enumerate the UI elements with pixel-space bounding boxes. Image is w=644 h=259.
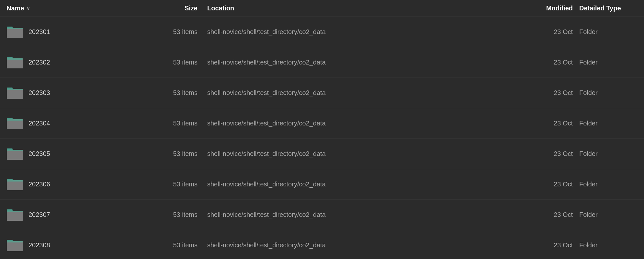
file-modified-cell: 23 Oct [527,211,579,218]
svg-rect-15 [7,119,23,121]
svg-rect-30 [7,242,23,251]
size-column-header[interactable]: Size [155,5,207,12]
file-type-cell: Folder [579,211,638,218]
file-modified-cell: 23 Oct [527,150,579,158]
file-size-cell: 53 items [155,59,207,66]
table-row[interactable]: 202308 53 items shell-novice/shell/test_… [0,230,644,259]
table-row[interactable]: 202307 53 items shell-novice/shell/test_… [0,200,644,230]
folder-icon [6,208,23,222]
file-size-cell: 53 items [155,211,207,218]
table-row[interactable]: 202304 53 items shell-novice/shell/test_… [0,108,644,139]
file-name: 202306 [28,181,50,188]
table-row[interactable]: 202301 53 items shell-novice/shell/test_… [0,17,644,47]
file-name-cell: 202303 [6,86,155,100]
file-location-cell: shell-novice/shell/test_directory/co2_da… [207,89,527,97]
file-name: 202307 [28,211,50,218]
svg-rect-27 [7,211,23,212]
file-size-cell: 53 items [155,241,207,249]
name-column-header[interactable]: Name ∨ [6,5,155,12]
file-type-cell: Folder [579,150,638,158]
file-name: 202308 [28,241,50,249]
file-location-cell: shell-novice/shell/test_directory/co2_da… [207,120,527,127]
svg-rect-2 [7,29,23,38]
svg-rect-14 [7,120,23,129]
file-location-cell: shell-novice/shell/test_directory/co2_da… [207,28,527,36]
svg-rect-18 [7,151,23,160]
svg-rect-19 [7,150,23,151]
svg-rect-11 [7,89,23,90]
name-header-label: Name [6,5,24,12]
file-type-cell: Folder [579,241,638,249]
file-size-cell: 53 items [155,120,207,127]
file-name-cell: 202301 [6,25,155,39]
type-column-header[interactable]: Detailed Type [579,5,638,12]
table-row[interactable]: 202306 53 items shell-novice/shell/test_… [0,169,644,200]
file-name-cell: 202305 [6,147,155,161]
svg-rect-6 [7,59,23,68]
folder-icon [6,238,23,253]
file-size-cell: 53 items [155,181,207,188]
sort-icon: ∨ [27,6,30,11]
table-row[interactable]: 202302 53 items shell-novice/shell/test_… [0,47,644,78]
folder-icon [6,147,23,161]
folder-icon [6,55,23,70]
svg-rect-22 [7,181,23,190]
file-size-cell: 53 items [155,89,207,97]
file-modified-cell: 23 Oct [527,89,579,97]
file-list: 202301 53 items shell-novice/shell/test_… [0,17,644,259]
svg-rect-3 [7,28,23,29]
file-name-cell: 202302 [6,55,155,70]
svg-rect-10 [7,90,23,99]
folder-icon [6,86,23,100]
file-size-cell: 53 items [155,28,207,36]
file-type-cell: Folder [579,59,638,66]
file-size-cell: 53 items [155,150,207,158]
table-header: Name ∨ Size Location Modified Detailed T… [0,0,644,17]
file-name-cell: 202308 [6,238,155,253]
table-row[interactable]: 202305 53 items shell-novice/shell/test_… [0,139,644,169]
file-name-cell: 202304 [6,116,155,131]
svg-rect-7 [7,58,23,60]
file-name: 202304 [28,120,50,127]
file-location-cell: shell-novice/shell/test_directory/co2_da… [207,241,527,249]
file-type-cell: Folder [579,89,638,97]
file-modified-cell: 23 Oct [527,28,579,36]
file-name: 202302 [28,59,50,66]
file-modified-cell: 23 Oct [527,120,579,127]
file-name: 202301 [28,28,50,36]
svg-rect-23 [7,180,23,182]
file-location-cell: shell-novice/shell/test_directory/co2_da… [207,211,527,218]
file-modified-cell: 23 Oct [527,181,579,188]
folder-icon [6,116,23,131]
file-location-cell: shell-novice/shell/test_directory/co2_da… [207,150,527,158]
folder-icon [6,25,23,39]
file-name: 202305 [28,150,50,158]
file-type-cell: Folder [579,181,638,188]
file-name-cell: 202307 [6,208,155,222]
file-modified-cell: 23 Oct [527,59,579,66]
file-modified-cell: 23 Oct [527,241,579,249]
file-location-cell: shell-novice/shell/test_directory/co2_da… [207,59,527,66]
file-name-cell: 202306 [6,177,155,192]
table-row[interactable]: 202303 53 items shell-novice/shell/test_… [0,78,644,108]
file-location-cell: shell-novice/shell/test_directory/co2_da… [207,181,527,188]
svg-rect-26 [7,212,23,221]
file-name: 202303 [28,89,50,97]
svg-rect-31 [7,241,23,242]
file-manager: Name ∨ Size Location Modified Detailed T… [0,0,644,259]
modified-column-header[interactable]: Modified [527,5,579,12]
file-type-cell: Folder [579,28,638,36]
folder-icon [6,177,23,192]
file-type-cell: Folder [579,120,638,127]
location-column-header[interactable]: Location [207,5,527,12]
